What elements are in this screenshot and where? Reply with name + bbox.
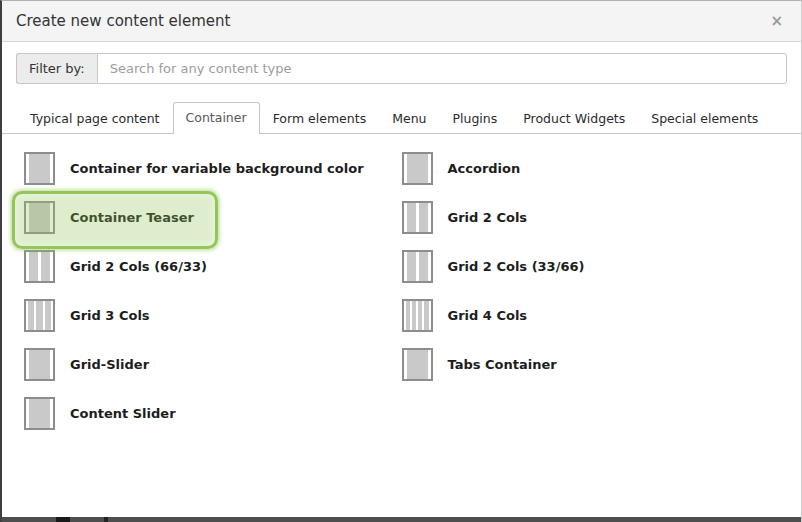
tab-plugins[interactable]: Plugins <box>439 103 510 134</box>
content-element-label: Grid 3 Cols <box>70 308 150 323</box>
content-element-label: Grid 2 Cols (66/33) <box>70 259 207 274</box>
content-element-grid-4-cols[interactable]: Grid 4 Cols <box>402 299 540 332</box>
tab-special-elements[interactable]: Special elements <box>638 103 771 134</box>
content-element-label: Container Teaser <box>70 210 194 225</box>
content-element-content-slider[interactable]: Content Slider <box>24 397 188 430</box>
items-column-left: Container for variable background colorC… <box>24 152 402 430</box>
content-element-label: Container for variable background color <box>70 161 364 176</box>
items-column-right: AccordionGrid 2 ColsGrid 2 Cols (33/66)G… <box>402 152 780 430</box>
grid-2col-icon <box>402 201 433 234</box>
content-element-label: Grid 2 Cols <box>448 210 528 225</box>
container-1col-icon <box>24 348 55 381</box>
container-1col-icon <box>402 152 433 185</box>
close-icon[interactable]: × <box>770 14 783 29</box>
content-element-label: Content Slider <box>70 406 176 421</box>
content-element-grid-2-cols-66-33[interactable]: Grid 2 Cols (66/33) <box>24 250 219 283</box>
tab-product-widgets[interactable]: Product Widgets <box>510 103 638 134</box>
tab-typical-page-content[interactable]: Typical page content <box>17 103 173 134</box>
tab-container[interactable]: Container <box>173 102 260 134</box>
content-element-grid: Container for variable background colorC… <box>2 134 801 448</box>
content-element-label: Grid-Slider <box>70 357 149 372</box>
container-1col-icon <box>24 201 55 234</box>
grid-4col-icon <box>402 299 433 332</box>
tab-form-elements[interactable]: Form elements <box>260 103 380 134</box>
content-element-label: Tabs Container <box>448 357 557 372</box>
search-input[interactable] <box>97 53 787 84</box>
content-element-grid-2-cols-33-66[interactable]: Grid 2 Cols (33/66) <box>402 250 597 283</box>
content-element-grid-3-cols[interactable]: Grid 3 Cols <box>24 299 162 332</box>
content-element-label: Grid 4 Cols <box>448 308 528 323</box>
grid-3col-icon <box>24 299 55 332</box>
grid-2col-icon <box>24 250 55 283</box>
backdrop-artifact <box>104 517 108 522</box>
content-element-grid-slider[interactable]: Grid-Slider <box>24 348 161 381</box>
backdrop-artifact <box>56 517 70 522</box>
filter-bar: Filter by: <box>16 53 787 84</box>
dialog-title: Create new content element <box>16 12 230 30</box>
grid-2col-icon <box>402 250 433 283</box>
content-element-container-teaser[interactable]: Container Teaser <box>24 201 206 234</box>
container-1col-icon <box>24 152 55 185</box>
content-element-label: Accordion <box>448 161 521 176</box>
container-1col-icon <box>402 348 433 381</box>
content-element-tabs-container[interactable]: Tabs Container <box>402 348 569 381</box>
filter-by-label: Filter by: <box>16 53 97 84</box>
content-element-accordion[interactable]: Accordion <box>402 152 533 185</box>
container-1col-icon <box>24 397 55 430</box>
content-element-grid-2-cols[interactable]: Grid 2 Cols <box>402 201 540 234</box>
content-element-label: Grid 2 Cols (33/66) <box>448 259 585 274</box>
content-element-container-for-variable-background-color[interactable]: Container for variable background color <box>24 152 376 185</box>
backdrop-bottom-strip <box>2 517 801 522</box>
tab-menu[interactable]: Menu <box>379 103 439 134</box>
dialog-header: Create new content element × <box>2 1 801 42</box>
tab-bar: Typical page contentContainerForm elemen… <box>2 102 801 134</box>
create-content-element-dialog: Create new content element × Filter by: … <box>0 0 802 522</box>
